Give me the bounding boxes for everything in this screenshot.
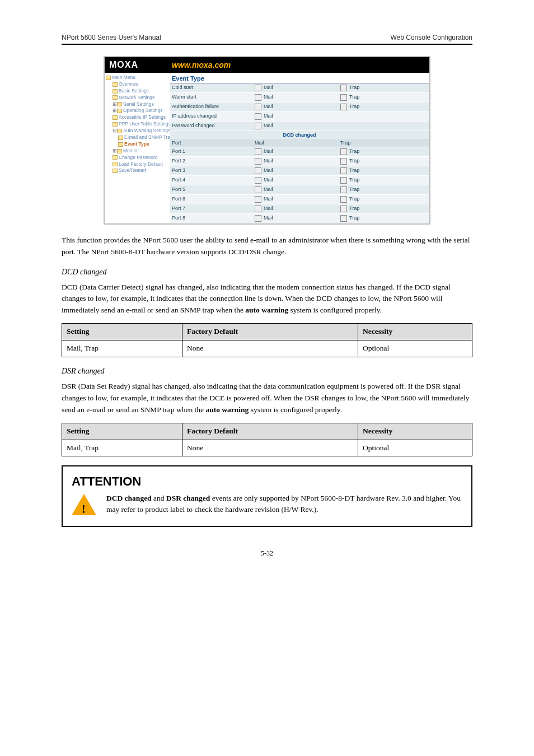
checkbox-mail[interactable]	[255, 123, 261, 129]
checkbox-mail[interactable]	[255, 196, 261, 203]
nav-item-load-factory-default[interactable]: Load Factory Default	[106, 161, 168, 168]
port-trap[interactable]: Trap	[338, 157, 429, 166]
checkbox-mail[interactable]	[255, 158, 261, 165]
checkbox-trap[interactable]	[340, 94, 347, 101]
event-trap[interactable]: Trap	[338, 93, 429, 102]
td-default: None	[182, 340, 358, 357]
port-mail[interactable]: Mail	[252, 204, 338, 213]
checkbox-mail[interactable]	[255, 148, 261, 155]
checkbox-mail[interactable]	[255, 177, 261, 184]
intro-paragraph: This function provides the NPort 5600 us…	[62, 235, 472, 258]
td-default: None	[182, 440, 358, 456]
attention-text: DCD changed and DSR changed events are o…	[106, 493, 462, 516]
td-necessity: Optional	[358, 340, 472, 357]
header-rule	[62, 44, 472, 45]
port-mail[interactable]: Mail	[252, 157, 338, 166]
nav-item-operating-settings[interactable]: ⊞Operating Settings	[106, 108, 168, 114]
port-mail[interactable]: Mail	[252, 176, 338, 185]
th-default: Factory Default	[182, 324, 358, 340]
checkbox-mail[interactable]	[255, 85, 261, 91]
event-mail[interactable]: Mail	[252, 112, 338, 121]
event-mail[interactable]: Mail	[252, 83, 338, 92]
port-mail[interactable]: Mail	[252, 147, 338, 156]
checkbox-trap[interactable]	[340, 215, 347, 222]
checkbox-trap[interactable]	[340, 104, 347, 110]
checkbox-trap[interactable]	[340, 186, 347, 193]
event-mail[interactable]: Mail	[252, 102, 338, 111]
header-left: NPort 5600 Series User's Manual	[62, 34, 161, 41]
attention-box: ATTENTION ! DCD changed and DSR changed …	[62, 465, 472, 527]
event-row: Cold startMailTrap	[170, 83, 429, 93]
dcd-table: Setting Factory Default Necessity Mail, …	[62, 323, 472, 357]
nav-item-overview[interactable]: Overview	[106, 81, 168, 88]
port-row: Port 6MailTrap	[170, 195, 429, 204]
port-mail[interactable]: Mail	[252, 185, 338, 194]
col-trap: Trap	[338, 139, 429, 147]
nav-item-network-settings[interactable]: Network Settings	[106, 95, 168, 101]
checkbox-mail[interactable]	[255, 186, 261, 193]
port-trap[interactable]: Trap	[338, 214, 429, 223]
dcd-paragraph: DCD (Data Carrier Detect) signal has cha…	[62, 282, 472, 317]
port-trap[interactable]: Trap	[338, 185, 429, 194]
event-mail[interactable]: Mail	[252, 122, 338, 130]
main-panel: Event Type Cold startMailTrapWarm startM…	[170, 73, 429, 223]
header-right: Web Console Configuration	[390, 34, 472, 41]
checkbox-mail[interactable]	[255, 113, 261, 120]
checkbox-trap[interactable]	[340, 167, 347, 174]
port-mail[interactable]: Mail	[252, 166, 338, 175]
checkbox-mail[interactable]	[255, 206, 261, 212]
checkbox-mail[interactable]	[255, 167, 261, 174]
checkbox-trap[interactable]	[340, 148, 347, 155]
port-label: Port 7	[170, 204, 252, 213]
attention-label: ATTENTION	[63, 466, 471, 492]
col-mail: Mail	[252, 139, 338, 147]
dcd-heading: DCD changed	[62, 266, 472, 278]
nav-item-save-restart[interactable]: Save/Restart	[106, 167, 168, 174]
event-label: Authentication failure	[170, 102, 252, 111]
checkbox-trap[interactable]	[340, 177, 347, 184]
port-trap[interactable]: Trap	[338, 176, 429, 185]
checkbox-mail[interactable]	[255, 104, 261, 110]
dsr-heading: DSR changed	[62, 365, 472, 377]
dcd-subheader: DCD changed	[170, 131, 429, 139]
port-label: Port 4	[170, 176, 252, 185]
nav-item-serial-settings[interactable]: ⊞Serial Settings	[106, 101, 168, 108]
event-row: Warm startMailTrap	[170, 93, 429, 102]
port-label: Port 2	[170, 157, 252, 166]
event-trap[interactable]: Trap	[338, 83, 429, 92]
port-row: Port 1MailTrap	[170, 147, 429, 157]
port-trap[interactable]: Trap	[338, 204, 429, 213]
nav-root[interactable]: Main Menu	[112, 74, 135, 80]
nav-tree: Main Menu OverviewBasic SettingsNetwork …	[105, 73, 170, 223]
event-label: Password changed	[170, 122, 252, 130]
banner: MOXA www.moxa.com	[105, 57, 429, 73]
event-trap[interactable]: Trap	[338, 102, 429, 111]
checkbox-trap[interactable]	[340, 158, 347, 165]
checkbox-trap[interactable]	[340, 85, 347, 91]
moxa-logo: MOXA	[109, 60, 138, 70]
port-trap[interactable]: Trap	[338, 166, 429, 175]
port-mail[interactable]: Mail	[252, 214, 338, 223]
event-row: Password changedMail	[170, 122, 429, 131]
event-mail[interactable]: Mail	[252, 93, 338, 102]
checkbox-trap[interactable]	[340, 196, 347, 203]
port-trap[interactable]: Trap	[338, 147, 429, 156]
port-label: Port 1	[170, 147, 252, 156]
checkbox-trap[interactable]	[340, 206, 347, 212]
nav-item-auto-warning-settings[interactable]: ⊟Auto Warning Settings	[106, 128, 168, 134]
port-trap[interactable]: Trap	[338, 195, 429, 204]
checkbox-mail[interactable]	[255, 94, 261, 101]
nav-item-e-mail-and-snmp-trap[interactable]: E-mail and SNMP Trap	[106, 134, 168, 141]
port-row: Port 4MailTrap	[170, 176, 429, 185]
nav-item-accessible-ip-settings[interactable]: Accessible IP Settings	[106, 114, 168, 121]
checkbox-mail[interactable]	[255, 215, 261, 222]
nav-item-event-type[interactable]: Event Type	[106, 141, 168, 148]
event-trap[interactable]	[338, 112, 429, 121]
body-text: This function provides the NPort 5600 us…	[62, 235, 472, 527]
nav-item-change-password[interactable]: Change Password	[106, 155, 168, 161]
port-mail[interactable]: Mail	[252, 195, 338, 204]
event-trap[interactable]	[338, 122, 429, 130]
nav-item-monitor[interactable]: ⊞Monitor	[106, 148, 168, 155]
nav-item-ppp-user-table-settings[interactable]: PPP User Table Settings	[106, 121, 168, 128]
nav-item-basic-settings[interactable]: Basic Settings	[106, 88, 168, 95]
